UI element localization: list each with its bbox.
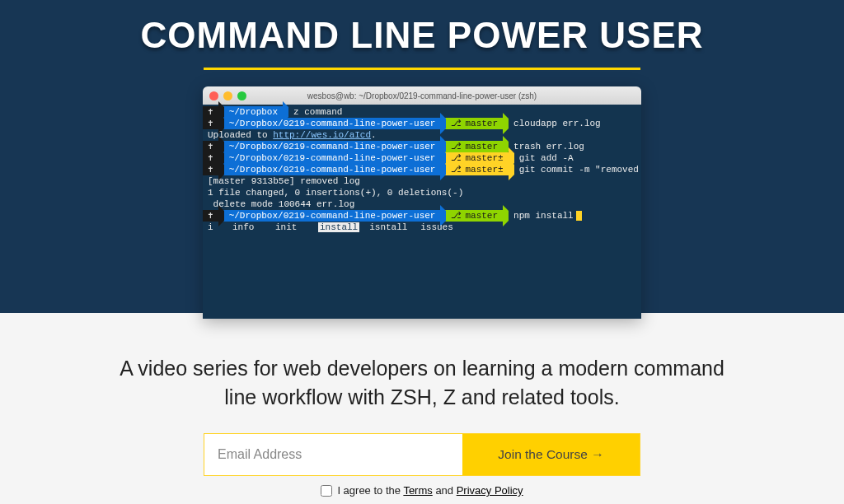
terminal-output: 1 file changed, 0 insertions(+), 0 delet…: [203, 187, 641, 198]
window-title: wesbos@wb: ~/Dropbox/0219-command-line-p…: [203, 91, 641, 100]
terminal-output: [master 9313b5e] removed log: [203, 175, 641, 187]
privacy-link[interactable]: Privacy Policy: [457, 484, 523, 497]
hero-section: COMMAND LINE POWER USER wesbos@wb: ~/Dro…: [0, 0, 844, 313]
terminal-line: ✝ ~/Dropbox/0219-command-line-power-user…: [203, 164, 641, 175]
cursor-icon: [576, 211, 582, 221]
signup-form: Join the Course →: [204, 433, 640, 476]
terminal-line: ✝ ~/Dropbox/0219-command-line-power-user…: [203, 210, 641, 222]
terminal-line: ✝ ~/Dropbox z command: [203, 106, 641, 118]
page-title: COMMAND LINE POWER USER: [0, 0, 844, 56]
terminal-line: ✝ ~/Dropbox/0219-command-line-power-user…: [203, 118, 641, 129]
terminal-completion: i info init install isntall issues: [203, 222, 641, 233]
terminal-line: ✝ ~/Dropbox/0219-command-line-power-user…: [203, 152, 641, 164]
agree-row: I agree to the Terms and Privacy Policy: [0, 484, 844, 497]
terminal-line: ✝ ~/Dropbox/0219-command-line-power-user…: [203, 141, 641, 152]
terms-link[interactable]: Terms: [403, 484, 432, 497]
terminal-body: ✝ ~/Dropbox z command ✝ ~/Dropbox/0219-c…: [203, 105, 641, 319]
agree-text: I agree to the Terms and Privacy Policy: [337, 484, 523, 497]
course-description: A video series for web developers on lea…: [109, 354, 735, 412]
email-input[interactable]: [204, 434, 462, 475]
terminal-output: Uploaded to http://wes.io/aIcd.: [203, 129, 641, 141]
title-underline: [204, 68, 640, 70]
content-section: A video series for web developers on lea…: [0, 313, 844, 497]
agree-checkbox[interactable]: [321, 485, 332, 497]
terminal-window: wesbos@wb: ~/Dropbox/0219-command-line-p…: [203, 86, 641, 319]
window-titlebar: wesbos@wb: ~/Dropbox/0219-command-line-p…: [203, 86, 641, 105]
terminal-output: delete mode 100644 err.log: [203, 198, 641, 210]
join-button[interactable]: Join the Course →: [462, 434, 640, 475]
